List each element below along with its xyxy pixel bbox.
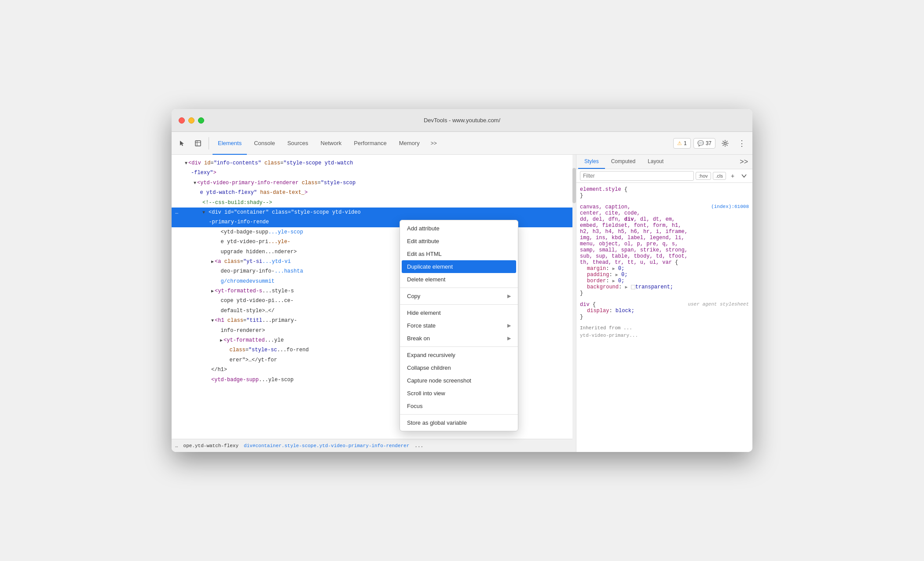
menu-item-edit-attr[interactable]: Edit attribute bbox=[400, 235, 518, 248]
maximize-button[interactable] bbox=[198, 117, 204, 124]
warning-badge-btn[interactable]: ⚠ 1 bbox=[673, 138, 691, 149]
styles-more-btn[interactable]: >> bbox=[737, 156, 751, 168]
menu-item-add-attr[interactable]: Add attribute bbox=[400, 222, 518, 235]
toggle-style-btn[interactable] bbox=[739, 171, 749, 181]
tab-performance[interactable]: Performance bbox=[348, 132, 392, 155]
menu-divider-3 bbox=[400, 346, 518, 347]
dom-line: <!--css-build:shady--> bbox=[172, 198, 576, 208]
menu-divider-1 bbox=[400, 288, 518, 288]
css-sel-7: menu, object, ol, p, pre, q, s, bbox=[580, 241, 749, 247]
tab-elements[interactable]: Elements bbox=[213, 132, 247, 155]
css-prop-border: border: ▶ 0; bbox=[580, 278, 749, 284]
menu-divider-2 bbox=[400, 304, 518, 305]
menu-item-focus[interactable]: Focus bbox=[400, 400, 518, 412]
css-block-div: div { user agent stylesheet display: blo… bbox=[580, 302, 749, 320]
dom-panel: <div id="info-contents" class="style-sco… bbox=[172, 155, 576, 452]
menu-item-expand[interactable]: Expand recursively bbox=[400, 349, 518, 361]
css-close-element: } bbox=[580, 193, 749, 199]
info-badge-btn[interactable]: 💬 37 bbox=[693, 138, 715, 149]
toolbar: Elements Console Sources Network Perform… bbox=[172, 132, 752, 155]
menu-item-force-state[interactable]: Force state ▶ bbox=[400, 319, 518, 332]
add-style-btn[interactable]: + bbox=[728, 171, 737, 181]
css-close-canvas: } bbox=[580, 290, 749, 296]
menu-item-hide[interactable]: Hide element bbox=[400, 306, 518, 319]
styles-tabs: Styles Computed Layout >> bbox=[576, 155, 752, 169]
menu-item-scroll[interactable]: Scroll into view bbox=[400, 387, 518, 400]
dom-line: -flexy"> bbox=[172, 168, 576, 178]
scrollbar-thumb[interactable] bbox=[572, 168, 576, 203]
css-selector-canvas: (index):61008 canvas, caption, bbox=[580, 204, 749, 210]
dom-line-selected: … ▼ <div id="container" class="style-sco… bbox=[172, 208, 576, 217]
inherited-label: Inherited from ... bbox=[580, 325, 749, 331]
menu-item-store-global[interactable]: Store as global variable bbox=[400, 416, 518, 429]
settings-btn[interactable] bbox=[718, 136, 732, 150]
tab-console[interactable]: Console bbox=[249, 132, 280, 155]
css-sel-10: th, thead, tr, tt, u, ul, var { bbox=[580, 259, 749, 266]
menu-item-duplicate[interactable]: Duplicate element bbox=[402, 260, 516, 273]
more-tabs-btn[interactable]: >> bbox=[427, 136, 441, 150]
css-selector-div: div { user agent stylesheet bbox=[580, 302, 749, 308]
menu-item-copy[interactable]: Copy ▶ bbox=[400, 290, 518, 302]
info-icon: 💬 bbox=[697, 140, 704, 146]
css-sel-9: sub, sup, table, tbody, td, tfoot, bbox=[580, 253, 749, 259]
breadcrumb-end[interactable]: ... bbox=[414, 443, 423, 448]
menu-item-delete[interactable]: Delete element bbox=[400, 273, 518, 286]
svg-point-3 bbox=[724, 142, 726, 144]
tab-computed[interactable]: Computed bbox=[605, 155, 642, 169]
devtools-window: DevTools - www.youtube.com/ Elements Con… bbox=[172, 109, 752, 452]
css-source-user-agent: user agent stylesheet bbox=[688, 302, 749, 307]
traffic-lights bbox=[179, 117, 204, 124]
tab-sources[interactable]: Sources bbox=[282, 132, 314, 155]
css-prop-background: background: ▶ transparent; bbox=[580, 284, 749, 290]
context-menu: Add attribute Edit attribute Edit as HTM… bbox=[400, 220, 518, 431]
dom-line: <ytd-video-primary-info-renderer class="… bbox=[172, 178, 576, 188]
hov-btn[interactable]: :hov bbox=[696, 172, 711, 180]
tab-layout[interactable]: Layout bbox=[642, 155, 670, 169]
submenu-arrow-copy: ▶ bbox=[507, 293, 511, 299]
cursor-icon-btn[interactable] bbox=[175, 136, 189, 150]
css-selector-element: element.style { bbox=[580, 186, 749, 193]
tab-styles[interactable]: Styles bbox=[578, 155, 605, 169]
css-sel-4: embed, fieldset, font, form, h1, bbox=[580, 222, 749, 229]
inherited-item: ytd-video-primary... bbox=[580, 332, 749, 339]
breadcrumb-current[interactable]: div#container.style-scope.ytd-video-prim… bbox=[244, 443, 409, 448]
css-block-canvas: (index):61008 canvas, caption, center, c… bbox=[580, 204, 749, 296]
more-options-btn[interactable]: ⋮ bbox=[735, 136, 749, 150]
tab-network[interactable]: Network bbox=[315, 132, 347, 155]
main-content: <div id="info-contents" class="style-sco… bbox=[172, 155, 752, 452]
menu-item-edit-html[interactable]: Edit as HTML bbox=[400, 248, 518, 260]
breadcrumb-dots[interactable]: … bbox=[175, 443, 178, 448]
cls-btn[interactable]: .cls bbox=[713, 172, 726, 180]
toolbar-divider bbox=[209, 137, 209, 149]
css-sel-6: img, ins, kbd, label, legend, li, bbox=[580, 235, 749, 241]
svg-rect-0 bbox=[195, 141, 201, 146]
color-swatch bbox=[631, 285, 635, 289]
css-sel-5: h2, h3, h4, h5, h6, hr, i, iframe, bbox=[580, 229, 749, 235]
menu-item-break-on[interactable]: Break on ▶ bbox=[400, 332, 518, 345]
dom-line: e ytd-watch-flexy" has-date-text_> bbox=[172, 188, 576, 197]
breadcrumb-scope[interactable]: ope.ytd-watch-flexy bbox=[183, 443, 238, 448]
css-prop-padding: padding: ▶ 0; bbox=[580, 272, 749, 278]
filter-bar: :hov .cls + bbox=[576, 169, 752, 183]
window-title: DevTools - www.youtube.com/ bbox=[424, 117, 500, 124]
css-prop-display: display: block; bbox=[580, 308, 749, 314]
minimize-button[interactable] bbox=[188, 117, 194, 124]
title-bar: DevTools - www.youtube.com/ bbox=[172, 109, 752, 132]
filter-input[interactable] bbox=[580, 171, 694, 181]
css-close-div: } bbox=[580, 314, 749, 320]
inspect-icon-btn[interactable] bbox=[191, 136, 205, 150]
menu-item-screenshot[interactable]: Capture node screenshot bbox=[400, 374, 518, 387]
css-source-link[interactable]: (index):61008 bbox=[711, 204, 749, 209]
dom-scrollbar[interactable] bbox=[572, 155, 576, 452]
close-button[interactable] bbox=[179, 117, 185, 124]
css-prop-margin: margin: ▶ 0; bbox=[580, 266, 749, 272]
status-bar: … ope.ytd-watch-flexy div#container.styl… bbox=[172, 439, 576, 452]
toolbar-right: ⚠ 1 💬 37 ⋮ bbox=[673, 136, 749, 150]
css-sel-2: center, cite, code, bbox=[580, 210, 749, 216]
css-sel-8: samp, small, span, strike, strong, bbox=[580, 247, 749, 253]
submenu-arrow-force: ▶ bbox=[507, 323, 511, 328]
tab-memory[interactable]: Memory bbox=[394, 132, 425, 155]
submenu-arrow-break: ▶ bbox=[507, 335, 511, 341]
styles-panel: Styles Computed Layout >> :hov .cls + bbox=[576, 155, 752, 452]
menu-item-collapse[interactable]: Collapse children bbox=[400, 361, 518, 374]
